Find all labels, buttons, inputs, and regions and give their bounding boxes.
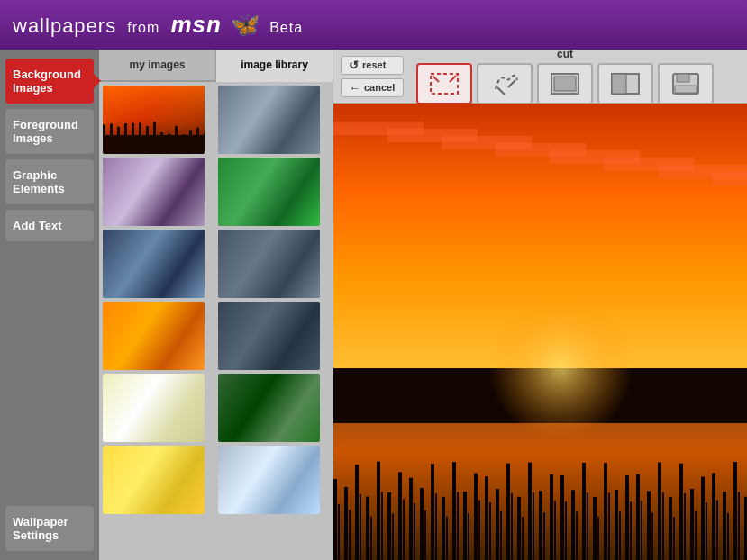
preview-canvas xyxy=(333,104,747,560)
thumbnail-scroll-area[interactable] xyxy=(99,82,333,560)
sidebar-item-background-images[interactable]: Background Images xyxy=(5,59,94,104)
center-panel: my images image library xyxy=(99,50,333,560)
svg-rect-10 xyxy=(677,74,689,82)
thumbnail-grid xyxy=(99,82,333,518)
sidebar-item-add-text[interactable]: Add Text xyxy=(5,210,94,241)
svg-rect-6 xyxy=(554,77,576,91)
cut-freehand-button[interactable] xyxy=(477,63,533,104)
logo-wallpapers: wallpapers xyxy=(13,14,116,37)
thumbnail-item[interactable] xyxy=(218,446,320,514)
butterfly-icon: 🦋 xyxy=(231,11,260,38)
thumbnail-item[interactable] xyxy=(218,158,320,226)
crop-full-button[interactable] xyxy=(537,63,593,104)
toolbar-left-buttons: ↺ reset ← cancel xyxy=(341,56,404,97)
svg-line-2 xyxy=(450,76,456,82)
tab-image-library[interactable]: image library xyxy=(216,50,333,82)
thumbnail-item[interactable] xyxy=(103,86,205,154)
main-container: Background Images Foreground Images Grap… xyxy=(0,50,747,560)
preview-area: ↺ reset ← cancel cut xyxy=(333,50,747,560)
logo-beta: Beta xyxy=(269,20,303,35)
thumbnail-item[interactable] xyxy=(103,230,205,298)
thumbnail-item[interactable] xyxy=(218,230,320,298)
thumbnail-item[interactable] xyxy=(103,446,205,514)
tab-my-images[interactable]: my images xyxy=(99,50,216,80)
cut-section: cut xyxy=(416,48,714,104)
svg-rect-8 xyxy=(612,74,626,94)
logo-from: from xyxy=(127,20,159,35)
svg-line-4 xyxy=(508,80,515,87)
thumbnail-item[interactable] xyxy=(218,302,320,370)
sidebar-item-wallpaper-settings[interactable]: Wallpaper Settings xyxy=(5,506,94,551)
svg-line-3 xyxy=(497,87,505,95)
svg-rect-11 xyxy=(675,86,697,93)
preview-image-area xyxy=(333,104,747,560)
thumbnail-item[interactable] xyxy=(103,302,205,370)
sidebar-item-foreground-images[interactable]: Foreground Images xyxy=(5,109,94,154)
cut-label: cut xyxy=(557,48,573,60)
tabs-bar: my images image library xyxy=(99,50,333,82)
save-button[interactable] xyxy=(658,63,714,104)
thumbnail-item[interactable] xyxy=(103,374,205,442)
toolbar: ↺ reset ← cancel cut xyxy=(333,50,747,104)
reset-icon: ↺ xyxy=(349,59,359,72)
cut-tools xyxy=(416,63,714,104)
header-logo: wallpapers from msn 🦋 Beta xyxy=(13,11,303,39)
thumbnail-item[interactable] xyxy=(103,158,205,226)
thumbnail-item[interactable] xyxy=(218,86,320,154)
header: wallpapers from msn 🦋 Beta xyxy=(0,0,747,50)
cut-rect-select-button[interactable] xyxy=(416,63,472,104)
reset-button[interactable]: ↺ reset xyxy=(341,56,404,75)
logo-msn: msn xyxy=(170,11,221,38)
svg-line-1 xyxy=(433,76,439,82)
sidebar-item-graphic-elements[interactable]: Graphic Elements xyxy=(5,159,94,204)
cancel-button[interactable]: ← cancel xyxy=(341,78,404,97)
sidebar: Background Images Foreground Images Grap… xyxy=(0,50,99,560)
crop-partial-button[interactable] xyxy=(597,63,653,104)
thumbnail-item[interactable] xyxy=(218,374,320,442)
cancel-icon: ← xyxy=(349,81,360,95)
